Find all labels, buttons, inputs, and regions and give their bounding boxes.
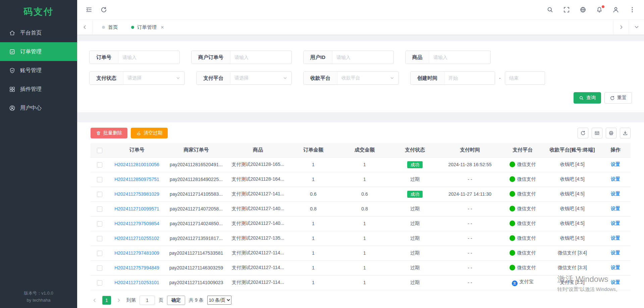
pay-time-cell: - -	[439, 260, 501, 275]
paid-amount-cell: 1	[338, 216, 391, 231]
pay-time-cell: - -	[439, 216, 501, 231]
tab-order-management[interactable]: 订单管理 ×	[126, 20, 169, 35]
sidebar-item-plugins[interactable]: 插件管理	[0, 80, 77, 99]
row-checkbox[interactable]	[97, 192, 102, 197]
goto-prefix-label: 到第	[126, 297, 136, 303]
filter-merchant-order-no: 商户订单号	[191, 51, 292, 64]
fullscreen-icon[interactable]	[563, 6, 570, 13]
filter-pay-status: 支付状态 请选择	[89, 71, 185, 85]
tab-home[interactable]: 首页	[97, 20, 123, 35]
row-checkbox[interactable]	[97, 206, 102, 212]
column-header: 商品	[227, 143, 288, 157]
more-options-icon[interactable]	[629, 6, 636, 13]
settings-link[interactable]: 设置	[611, 162, 620, 167]
table-row: H2024112797509854 pay2024112714024850...…	[91, 216, 631, 231]
product-cell: 支付测试20241127-135...	[227, 231, 288, 246]
order-no-link[interactable]: H2024112850975751	[114, 177, 159, 182]
batch-delete-button[interactable]: 批量删除	[91, 128, 127, 138]
tabs-scroll-right-icon[interactable]	[613, 20, 629, 35]
orders-table-panel: 批量删除 清空过期	[77, 122, 644, 308]
filter-order-no: 订单号	[89, 51, 180, 64]
product-input[interactable]	[429, 51, 490, 64]
export-icon[interactable]	[620, 128, 631, 138]
column-settings-icon[interactable]	[592, 128, 602, 138]
order-amount-cell: 1	[288, 172, 338, 187]
page-size-select[interactable]: 10 条/页	[207, 296, 231, 305]
page-number-button[interactable]: 1	[102, 296, 111, 305]
order-no-link[interactable]: H2024112753981029	[114, 191, 159, 197]
order-no-link[interactable]: H2024112710255102	[114, 236, 159, 241]
pay-status-select[interactable]: 请选择	[123, 72, 184, 84]
order-no-cell: H2024112710255102	[109, 231, 165, 246]
row-checkbox[interactable]	[97, 221, 102, 227]
settings-link[interactable]: 设置	[611, 265, 620, 270]
filter-label: 订单号	[90, 51, 118, 64]
row-checkbox[interactable]	[97, 251, 102, 256]
search-icon[interactable]	[546, 6, 554, 13]
wechat-pay-icon	[509, 265, 515, 270]
filter-create-time: 创建时间 -	[410, 71, 545, 85]
close-tab-icon[interactable]: ×	[161, 24, 164, 30]
select-all-checkbox[interactable]	[97, 148, 102, 153]
start-date-input[interactable]	[444, 72, 495, 84]
settings-link[interactable]: 设置	[611, 176, 620, 182]
pay-status-cell: 过期	[391, 231, 439, 246]
paid-amount-cell: 1	[338, 260, 391, 275]
pay-status-cell: 过期	[391, 216, 439, 231]
order-no-link[interactable]: H2024112797481009	[114, 250, 159, 256]
order-no-input[interactable]	[118, 51, 179, 64]
reset-button[interactable]: 重置	[604, 92, 632, 104]
globe-icon[interactable]	[579, 6, 587, 13]
query-button[interactable]: 查询	[574, 92, 601, 104]
order-no-link[interactable]: H2024112710253101	[114, 280, 159, 285]
select-placeholder: 收款平台	[341, 75, 360, 81]
merchant-order-no-cell: pay2024112714105583...	[165, 187, 227, 201]
settings-link[interactable]: 设置	[611, 280, 620, 285]
order-no-link[interactable]: H2024112710099571	[114, 206, 159, 211]
order-no-link[interactable]: H2024112757994849	[114, 265, 159, 270]
print-icon[interactable]	[606, 128, 616, 138]
sidebar-item-accounts[interactable]: 账号管理	[0, 61, 77, 80]
order-no-link[interactable]: H2024112810010056	[114, 162, 159, 167]
sidebar-item-home[interactable]: 平台首页	[0, 23, 77, 42]
tabs-menu-icon[interactable]	[629, 20, 644, 35]
wechat-pay-icon	[509, 176, 515, 182]
settings-link[interactable]: 设置	[611, 221, 620, 226]
table-row: H2024112710255102 pay2024112713591817...…	[91, 231, 631, 246]
clear-expired-button[interactable]: 清空过期	[131, 128, 168, 138]
settings-link[interactable]: 设置	[611, 250, 620, 255]
sidebar-item-user-center[interactable]: 用户中心	[0, 99, 77, 117]
row-checkbox-cell	[91, 187, 109, 201]
order-no-link[interactable]: H2024112797509854	[114, 221, 159, 226]
next-page-icon[interactable]	[115, 296, 123, 304]
settings-link[interactable]: 设置	[611, 191, 620, 196]
pay-platform-select[interactable]: 请选择	[230, 72, 291, 84]
row-checkbox[interactable]	[97, 236, 102, 241]
sidebar-item-orders[interactable]: 订单管理	[0, 42, 77, 61]
refresh-page-icon[interactable]	[100, 6, 107, 13]
goto-page-input[interactable]	[140, 296, 155, 305]
row-checkbox[interactable]	[97, 265, 102, 271]
row-checkbox[interactable]	[97, 177, 102, 182]
user-id-input[interactable]	[332, 51, 393, 64]
settings-link[interactable]: 设置	[611, 206, 620, 211]
open-tabs: 首页 订单管理 ×	[93, 20, 613, 35]
merchant-order-no-cell: pay2024112713591817...	[165, 231, 227, 246]
collapse-sidebar-icon[interactable]	[85, 6, 93, 13]
merchant-order-no-input[interactable]	[230, 51, 291, 64]
settings-link[interactable]: 设置	[611, 235, 620, 241]
table-refresh-icon[interactable]	[578, 128, 588, 138]
prev-page-icon[interactable]	[91, 296, 99, 304]
user-avatar-icon[interactable]	[612, 6, 620, 13]
wechat-pay-icon	[509, 162, 515, 167]
order-no-cell: H2024112850975751	[109, 172, 165, 187]
bell-icon[interactable]	[596, 6, 603, 13]
end-date-input[interactable]	[505, 71, 545, 85]
receive-platform-select[interactable]: 收款平台	[337, 72, 398, 84]
row-checkbox[interactable]	[97, 162, 102, 168]
confirm-page-button[interactable]: 确定	[167, 296, 185, 305]
row-checkbox[interactable]	[97, 280, 102, 286]
batch-delete-label: 批量删除	[103, 130, 122, 136]
order-amount-cell: 0.6	[288, 187, 338, 201]
tabs-scroll-left-icon[interactable]	[77, 20, 93, 35]
